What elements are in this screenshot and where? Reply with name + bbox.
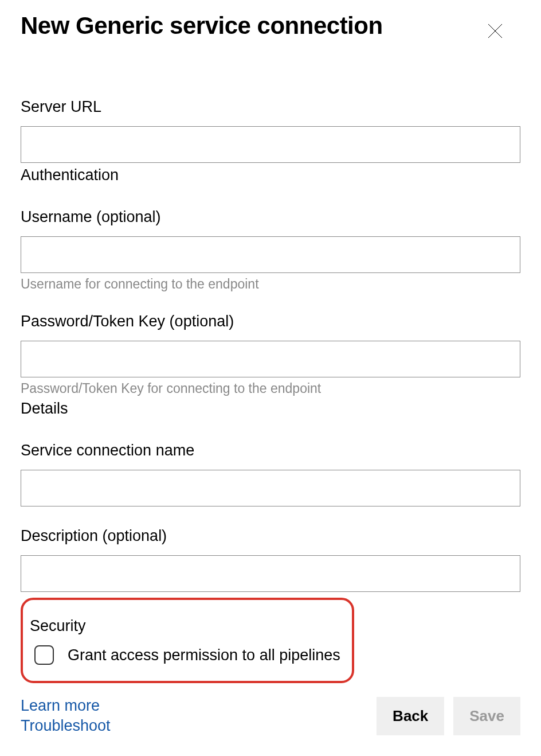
description-input[interactable] — [21, 555, 520, 592]
footer-buttons: Back Save — [377, 697, 520, 735]
description-field: Description (optional) — [21, 527, 520, 592]
password-label: Password/Token Key (optional) — [21, 313, 520, 330]
connection-name-field: Service connection name — [21, 442, 520, 506]
password-field: Password/Token Key (optional) Password/T… — [21, 313, 520, 418]
dialog-footer: Learn more Troubleshoot Back Save — [21, 697, 520, 735]
grant-access-label: Grant access permission to all pipelines — [68, 646, 340, 664]
authentication-heading: Authentication — [21, 166, 520, 184]
grant-access-checkbox[interactable] — [34, 645, 54, 665]
password-input[interactable] — [21, 341, 520, 377]
learn-more-link[interactable]: Learn more — [21, 697, 111, 715]
connection-name-label: Service connection name — [21, 442, 520, 459]
back-button[interactable]: Back — [377, 697, 444, 735]
dialog-title: New Generic service connection — [21, 11, 383, 40]
connection-name-input[interactable] — [21, 470, 520, 506]
security-section-highlight: Security Grant access permission to all … — [21, 598, 354, 683]
close-icon — [486, 33, 504, 42]
security-heading: Security — [30, 617, 340, 635]
save-button[interactable]: Save — [453, 697, 520, 735]
server-url-field: Server URL Authentication — [21, 98, 520, 184]
username-label: Username (optional) — [21, 208, 520, 226]
footer-links: Learn more Troubleshoot — [21, 697, 111, 735]
username-help: Username for connecting to the endpoint — [21, 276, 520, 292]
troubleshoot-link[interactable]: Troubleshoot — [21, 717, 111, 735]
dialog-header: New Generic service connection — [21, 11, 520, 46]
close-button[interactable] — [481, 17, 509, 46]
details-heading: Details — [21, 400, 520, 418]
username-field: Username (optional) Username for connect… — [21, 208, 520, 292]
description-label: Description (optional) — [21, 527, 520, 545]
grant-access-row: Grant access permission to all pipelines — [34, 645, 340, 665]
password-help: Password/Token Key for connecting to the… — [21, 381, 520, 396]
server-url-label: Server URL — [21, 98, 520, 116]
server-url-input[interactable] — [21, 126, 520, 163]
username-input[interactable] — [21, 236, 520, 273]
